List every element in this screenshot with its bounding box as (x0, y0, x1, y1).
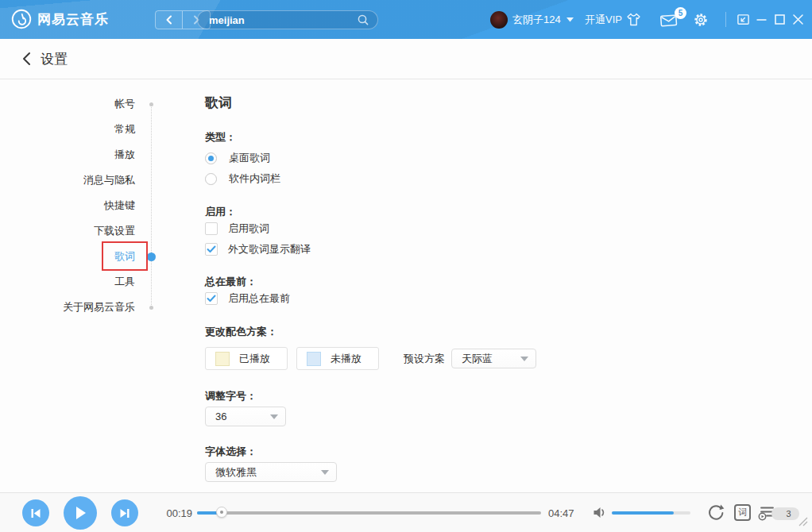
mail-icon[interactable] (659, 0, 679, 39)
elapsed-time: 00:19 (159, 507, 192, 519)
sidebar-item-account[interactable]: 帐号 (0, 91, 135, 117)
checkbox-icon-checked[interactable] (205, 243, 218, 256)
sidebar-item-playback[interactable]: 播放 (0, 142, 135, 168)
sidebar-item-general[interactable]: 常规 (0, 117, 135, 142)
color-scheme-row: 已播放 未播放 预设方案 天际蓝 (205, 347, 536, 370)
previous-track-button[interactable] (22, 499, 49, 526)
volume-icon[interactable] (593, 506, 608, 522)
play-button[interactable] (64, 496, 97, 530)
player-bar: 00:19 04:47 词 3 (0, 492, 812, 532)
settings-header: 设置 (0, 39, 812, 79)
progress-fill (197, 511, 221, 515)
progress-bar[interactable] (197, 511, 541, 515)
checkbox-label: 外文歌词显示翻译 (228, 242, 311, 256)
lyrics-toggle-button[interactable]: 词 (734, 504, 751, 521)
sidebar-item-privacy[interactable]: 消息与隐私 (0, 168, 135, 193)
user-caret-icon[interactable] (566, 0, 574, 39)
previous-icon (30, 508, 41, 519)
search-box[interactable]: meijian (197, 10, 378, 29)
timeline-dot-top (149, 102, 153, 106)
checkbox-label: 启用歌词 (228, 222, 269, 236)
fontsize-dropdown-value: 36 (215, 411, 270, 422)
maximize-icon[interactable] (774, 0, 786, 39)
radio-desktop-lyrics[interactable]: 桌面歌词 (205, 151, 270, 165)
settings-back-button[interactable] (21, 52, 32, 66)
minimize-icon[interactable] (756, 0, 768, 39)
radio-label: 桌面歌词 (229, 151, 270, 165)
app-title: 网易云音乐 (37, 10, 109, 29)
radio-icon[interactable] (205, 173, 217, 185)
sidebar-item-download[interactable]: 下载设置 (0, 218, 135, 244)
playlist-count-badge[interactable]: 3 (771, 507, 799, 520)
checkbox-icon-checked[interactable] (205, 292, 218, 305)
unplayed-color-label: 未播放 (331, 352, 362, 366)
played-color-button[interactable]: 已播放 (205, 347, 288, 370)
total-time: 04:47 (548, 507, 574, 519)
volume-fill (612, 511, 674, 515)
preset-dropdown[interactable]: 天际蓝 (451, 349, 536, 368)
progress-handle[interactable] (216, 507, 227, 518)
checkbox-enable-lyrics[interactable]: 启用歌词 (205, 222, 269, 236)
next-track-button[interactable] (111, 499, 138, 526)
search-input[interactable]: meijian (209, 14, 357, 26)
chevron-left-icon (21, 52, 32, 66)
resize-grip[interactable] (798, 515, 808, 530)
section-title: 歌词 (205, 94, 232, 112)
volume-slider[interactable] (612, 511, 690, 515)
topbar-separator (725, 12, 726, 27)
avatar[interactable] (490, 11, 508, 29)
vip-link[interactable]: 开通VIP (585, 0, 622, 39)
ontop-label: 总在最前： (205, 275, 257, 289)
app-logo-icon (11, 9, 32, 29)
font-dropdown[interactable]: 微软雅黑 (205, 462, 337, 482)
color-scheme-label: 更改配色方案： (205, 325, 277, 339)
chevron-down-icon (321, 470, 329, 475)
app-logo: 网易云音乐 (11, 9, 109, 29)
back-button[interactable] (156, 11, 183, 29)
radio-label: 软件内词栏 (229, 172, 280, 186)
font-label: 字体选择： (205, 445, 257, 459)
sidebar-item-hotkeys[interactable]: 快捷键 (0, 193, 135, 218)
settings-gear-icon[interactable] (693, 0, 709, 39)
topbar: 网易云音乐 meijian 玄阴子124 开通VIP (0, 0, 812, 39)
mail-badge: 5 (675, 7, 686, 19)
sidebar-item-tools[interactable]: 工具 (0, 269, 135, 295)
sidebar-timeline (151, 104, 152, 308)
loop-mode-icon[interactable] (706, 503, 725, 526)
enable-label: 启用： (205, 205, 236, 219)
search-icon[interactable] (357, 13, 369, 26)
timeline-dot-bottom (149, 306, 153, 310)
sidebar-item-about[interactable]: 关于网易云音乐 (0, 295, 135, 320)
checkbox-icon[interactable] (205, 222, 218, 235)
chevron-down-icon (520, 357, 528, 361)
radio-icon[interactable] (205, 152, 217, 164)
checkbox-label: 启用总在最前 (228, 291, 290, 306)
mini-player-icon[interactable] (737, 0, 750, 39)
radio-inapp-lyrics[interactable]: 软件内词栏 (205, 172, 280, 186)
checkbox-show-translation[interactable]: 外文歌词显示翻译 (205, 242, 311, 256)
preset-dropdown-value: 天际蓝 (462, 352, 520, 366)
timeline-active-dot (147, 253, 156, 261)
font-dropdown-value: 微软雅黑 (215, 465, 321, 480)
checkbox-always-on-top[interactable]: 启用总在最前 (205, 291, 290, 306)
theme-shirt-icon[interactable] (625, 0, 642, 39)
lyrics-settings-panel: 歌词 类型： 桌面歌词 软件内词栏 启用： 启用歌词 外文歌词显示翻译 总在最前… (205, 79, 812, 492)
app-window: 网易云音乐 meijian 玄阴子124 开通VIP (0, 0, 812, 532)
next-icon (119, 508, 130, 519)
page-title: 设置 (41, 50, 68, 68)
preset-label: 预设方案 (404, 352, 445, 366)
close-icon[interactable] (792, 0, 804, 39)
unplayed-color-button[interactable]: 未播放 (296, 347, 379, 370)
play-icon (74, 506, 87, 520)
played-color-label: 已播放 (239, 352, 270, 366)
type-label: 类型： (205, 130, 236, 145)
chevron-left-icon (164, 14, 175, 25)
played-color-swatch (215, 352, 230, 366)
fontsize-dropdown[interactable]: 36 (205, 407, 286, 426)
fontsize-label: 调整字号： (205, 389, 257, 403)
username[interactable]: 玄阴子124 (512, 0, 561, 39)
unplayed-color-swatch (307, 352, 321, 366)
annotation-red-box (102, 241, 148, 271)
chevron-down-icon (270, 414, 278, 419)
